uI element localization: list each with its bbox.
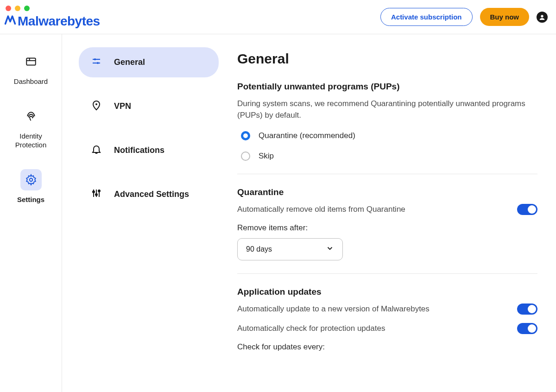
header: Malwarebytes Activate subscription Buy n… [0, 0, 556, 34]
auto-check-toggle[interactable] [517, 323, 537, 334]
radio-label: Quarantine (recommended) [259, 131, 355, 140]
brand-name: Malwarebytes [18, 14, 100, 29]
pups-radio-group: Quarantine (recommended) Skip [237, 131, 537, 161]
auto-remove-row: Automatically remove old items from Quar… [237, 204, 537, 215]
maximize-window-icon[interactable] [24, 6, 30, 11]
toggle-label: Automatically check for protection updat… [237, 324, 385, 333]
chevron-down-icon [326, 244, 334, 254]
svg-point-0 [541, 15, 543, 17]
settings-subnav: General VPN Notifications Advanced Setti… [62, 34, 229, 392]
radio-icon [241, 131, 250, 140]
subnav-item-notifications[interactable]: Notifications [79, 135, 219, 165]
fingerprint-icon [20, 106, 42, 127]
svg-point-9 [95, 103, 97, 105]
logo-icon [4, 13, 17, 29]
section-description: During system scans, we recommend Quaran… [237, 98, 537, 121]
page-title: General [237, 51, 537, 67]
sidebar-item-label: Settings [17, 195, 44, 204]
subnav-label: General [114, 57, 145, 67]
section-quarantine: Quarantine Automatically remove old item… [237, 174, 537, 273]
section-heading: Potentially unwanted programs (PUPs) [237, 82, 537, 92]
section-pups: Potentially unwanted programs (PUPs) Dur… [237, 82, 537, 174]
sidebar-item-label: Dashboard [14, 77, 48, 86]
tuning-icon [91, 188, 102, 201]
radio-icon [241, 152, 250, 161]
sidebar: Dashboard Identity Protection Settings [0, 34, 62, 392]
auto-remove-toggle[interactable] [517, 204, 537, 215]
toggle-label: Automatically update to a new version of… [237, 304, 430, 314]
close-window-icon[interactable] [6, 6, 11, 11]
content-area: General Potentially unwanted programs (P… [229, 34, 556, 392]
brand-logo: Malwarebytes [4, 13, 100, 29]
svg-point-4 [29, 178, 32, 181]
auto-check-row: Automatically check for protection updat… [237, 323, 537, 334]
auto-update-toggle[interactable] [517, 303, 537, 315]
window-controls [6, 6, 30, 11]
remove-after-select[interactable]: 90 days [237, 238, 343, 260]
section-heading: Application updates [237, 287, 537, 297]
dashboard-icon [20, 51, 42, 72]
select-value: 90 days [246, 245, 272, 253]
sidebar-item-dashboard[interactable]: Dashboard [0, 51, 62, 86]
sidebar-item-identity-protection[interactable]: Identity Protection [0, 106, 62, 150]
minimize-window-icon[interactable] [15, 6, 20, 11]
header-actions: Activate subscription Buy now [380, 8, 548, 26]
location-pin-icon [91, 100, 102, 113]
subnav-label: VPN [114, 101, 131, 111]
check-every-label: Check for updates every: [237, 342, 537, 352]
sidebar-item-label: Identity Protection [15, 132, 47, 150]
auto-update-row: Automatically update to a new version of… [237, 303, 537, 315]
section-updates: Application updates Automatically update… [237, 273, 537, 370]
radio-quarantine[interactable]: Quarantine (recommended) [241, 131, 537, 140]
svg-point-6 [94, 58, 96, 60]
subnav-item-advanced-settings[interactable]: Advanced Settings [79, 179, 219, 209]
subnav-label: Advanced Settings [114, 190, 189, 199]
buy-now-button[interactable]: Buy now [480, 8, 530, 26]
sidebar-item-settings[interactable]: Settings [0, 169, 62, 204]
section-heading: Quarantine [237, 187, 537, 197]
radio-label: Skip [259, 152, 274, 161]
bell-icon [91, 144, 102, 157]
remove-after-label: Remove items after: [237, 223, 537, 233]
activate-subscription-button[interactable]: Activate subscription [380, 8, 473, 26]
sliders-icon [91, 56, 102, 69]
subnav-item-general[interactable]: General [79, 47, 219, 77]
radio-skip[interactable]: Skip [241, 152, 537, 161]
account-icon[interactable] [537, 12, 548, 23]
gear-icon [20, 169, 42, 190]
toggle-label: Automatically remove old items from Quar… [237, 205, 405, 214]
svg-point-8 [97, 62, 99, 64]
svg-rect-1 [26, 58, 36, 65]
subnav-item-vpn[interactable]: VPN [79, 91, 219, 121]
subnav-label: Notifications [114, 145, 164, 155]
